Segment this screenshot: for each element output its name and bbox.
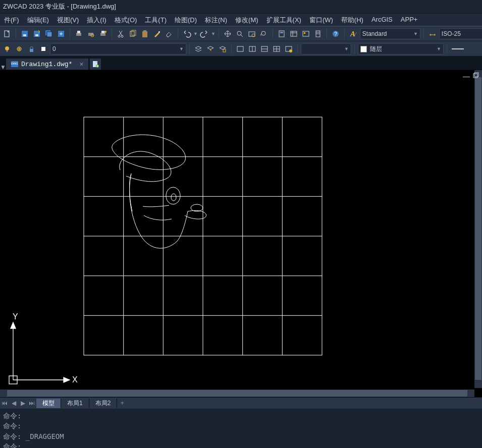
menu-help[interactable]: 帮助(H) [337,14,367,26]
zoom-window-icon[interactable] [246,28,257,39]
design-center-icon[interactable] [300,28,311,39]
svg-rect-30 [304,32,305,34]
menu-appplus[interactable]: APP+ [397,14,422,26]
menu-tools[interactable]: 工具(T) [141,14,171,26]
tool-palette-icon[interactable] [312,28,324,39]
svg-rect-38 [30,49,33,52]
minimize-window-icon[interactable]: — [463,72,470,80]
menu-arcgis[interactable]: ArcGIS [367,14,397,26]
menu-modify[interactable]: 修改(M) [231,14,262,26]
canvas-svg: Y X [0,70,482,397]
layer-bulb-icon[interactable] [2,43,13,54]
layout-tabs: ⏮ ◀ ▶ ⏭ 模型 布局1 布局2 + [0,397,482,409]
layout2-tab[interactable]: 布局2 [89,399,118,408]
menu-view[interactable]: 视图(V) [53,14,83,26]
viewport-single-icon[interactable] [235,43,246,54]
drawing-canvas[interactable]: — [0,70,482,397]
publish-icon[interactable] [56,28,67,39]
maximize-window-icon[interactable] [473,72,479,80]
copy-icon[interactable] [127,28,138,39]
title-bar: ZWCAD 2023 专业版 - [Drawing1.dwg] [0,0,482,14]
help-icon[interactable]: ? [330,28,341,39]
menu-dimension[interactable]: 标注(N) [201,14,231,26]
svg-point-62 [166,187,180,204]
layout1-tab[interactable]: 布局1 [61,399,89,408]
tab-last-icon[interactable]: ⏭ [27,399,36,408]
saveas-icon[interactable] [31,28,42,39]
properties-icon[interactable] [288,28,299,39]
undo-dropdown-icon[interactable]: ▼ [193,31,198,36]
viewport-2h-icon[interactable] [259,43,270,54]
menu-format[interactable]: 格式(O) [111,14,141,26]
svg-point-63 [171,194,176,201]
tab-list-dropdown-icon[interactable]: ▼ [0,65,4,70]
plot-icon[interactable] [97,28,109,39]
tab-prev-icon[interactable]: ◀ [9,399,18,408]
layer-color-icon[interactable] [38,43,49,54]
text-style-icon[interactable]: A⁄ [348,28,359,39]
app-title: ZWCAD 2023 专业版 - [Drawing1.dwg] [3,2,116,11]
svg-text:?: ? [334,31,337,37]
viewport-named-icon[interactable] [283,43,294,54]
print-preview-icon[interactable] [85,28,96,39]
cmd-line: 命令: _DRAGGEOM [3,431,479,441]
match-props-icon[interactable] [151,28,163,39]
vertical-scrollbar[interactable] [475,77,481,380]
color-combo[interactable]: 随层▼ [358,43,444,54]
pan-icon[interactable] [222,28,233,39]
cmd-line: 命令: [3,421,479,431]
tab-next-icon[interactable]: ▶ [18,399,27,408]
text-style-combo[interactable]: Standard▼ [360,28,420,39]
layer-lock-icon[interactable] [26,43,37,54]
svg-rect-26 [279,31,284,37]
menu-express[interactable]: 扩展工具(X) [262,14,305,26]
print-icon[interactable] [73,28,84,39]
visual-style-combo[interactable]: ▼ [301,43,351,54]
paste-icon[interactable] [139,28,150,39]
layer-freeze-icon[interactable] [14,43,25,54]
svg-rect-41 [237,46,243,51]
svg-point-35 [5,46,9,50]
layer-states-icon[interactable] [217,43,228,54]
zoom-previous-icon[interactable] [258,28,270,39]
cut-icon[interactable] [115,28,126,39]
horizontal-scrollbar[interactable] [7,390,467,397]
tab-first-icon[interactable]: ⏮ [0,399,9,408]
zoom-realtime-icon[interactable] [234,28,245,39]
new-document-tab[interactable] [90,59,101,70]
axis-x-label: X [72,375,78,384]
close-tab-icon[interactable]: ✕ [79,60,83,68]
erase-icon[interactable] [164,28,175,39]
cmd-line: 命令: [3,441,479,448]
dim-style-icon[interactable] [427,28,438,39]
viewport-2v-icon[interactable] [247,43,258,54]
document-tabs: ▼ Drawing1.dwg* ✕ [0,57,482,70]
axis-y-label: Y [13,312,18,321]
menu-file[interactable]: 件(F) [0,14,23,26]
layer-manager-icon[interactable] [193,43,204,54]
command-window[interactable]: 命令: 命令: 命令: _DRAGGEOM 命令: [0,409,482,448]
document-tab[interactable]: Drawing1.dwg* ✕ [6,59,88,70]
svg-rect-6 [47,32,52,37]
layer-combo[interactable]: 0▼ [50,43,186,54]
menu-window[interactable]: 窗口(W) [305,14,337,26]
svg-rect-20 [143,30,146,32]
model-tab[interactable]: 模型 [36,399,61,408]
layer-previous-icon[interactable] [205,43,216,54]
add-layout-button[interactable]: + [117,400,127,407]
calculator-icon[interactable] [276,28,287,39]
svg-rect-40 [223,49,226,52]
menu-draw[interactable]: 绘图(D) [171,14,201,26]
save-icon[interactable] [19,28,30,39]
viewport-4-icon[interactable] [271,43,282,54]
menu-insert[interactable]: 插入(I) [83,14,110,26]
linetype-icon[interactable] [450,43,465,54]
redo-dropdown-icon[interactable]: ▼ [211,31,216,36]
menu-edit[interactable]: 编辑(E) [23,14,53,26]
undo-icon[interactable] [181,28,192,39]
svg-rect-13 [101,31,104,33]
redo-icon[interactable] [199,28,210,39]
new-icon[interactable] [2,28,13,39]
saveall-icon[interactable] [43,28,55,39]
dim-style-combo[interactable]: ISO-25▼ [439,28,482,39]
